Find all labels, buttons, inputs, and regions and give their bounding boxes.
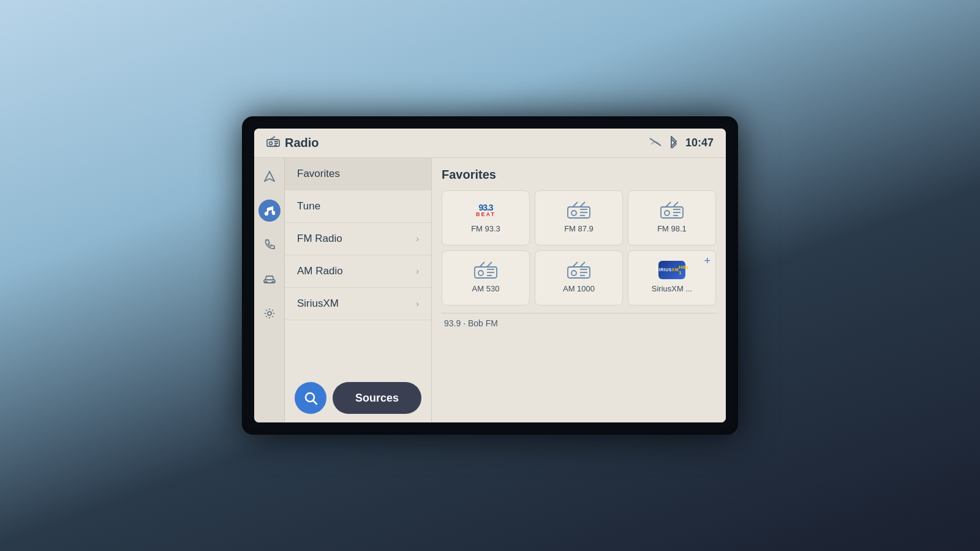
svg-point-13 [571,211,576,216]
settings-sidebar-icon[interactable] [258,302,281,324]
fm879-radio-icon [565,200,592,220]
add-icon: + [704,255,710,268]
sources-button[interactable]: Sources [333,382,421,414]
siriusxm-label: SiriusXM ... [652,284,692,293]
main-content: Favorites Tune FM Radio › AM Radio › Sir [254,158,726,422]
clock: 10:47 [685,137,714,149]
menu-panel: Favorites Tune FM Radio › AM Radio › Sir [285,158,432,422]
am530-radio-icon [472,260,499,280]
menu-item-favorites[interactable]: Favorites [285,158,431,190]
am1000-radio-icon [565,260,592,280]
favorite-am530[interactable]: AM 530 [442,250,530,305]
menu-item-siriusxm[interactable]: SiriusXM › [285,288,431,320]
fm879-label: FM 87.9 [564,224,594,233]
screen-frame: Radio 10:47 [242,116,738,435]
header-right: 10:47 [649,136,714,151]
search-button[interactable] [295,382,326,414]
screen: Radio 10:47 [254,129,726,422]
favorite-fm981[interactable]: FM 98.1 [628,190,716,246]
svg-point-18 [665,211,669,216]
menu-bottom-bar: Sources [285,373,431,422]
svg-point-23 [478,271,483,276]
siriusxm-chevron: › [416,299,419,309]
menu-item-fm-radio[interactable]: FM Radio › [285,223,431,255]
car-sidebar-icon[interactable] [258,268,281,290]
fm981-radio-icon [658,200,685,220]
favorite-siriusxm[interactable]: + SIRIUSXM Hits 1 SiriusXM ... [628,250,716,305]
header: Radio 10:47 [254,129,726,158]
now-playing: 93.9 · Bob FM [442,313,716,333]
am1000-label: AM 1000 [563,284,595,293]
menu-item-am-radio[interactable]: AM Radio › [285,255,431,288]
favorite-fm933[interactable]: 93.3 BEAT FM 93.3 [442,190,530,246]
svg-marker-5 [265,171,274,181]
fm933-label: FM 93.3 [471,224,500,233]
phone-sidebar-icon[interactable] [258,234,281,256]
favorite-am1000[interactable]: AM 1000 [535,250,623,305]
fm981-label: FM 98.1 [657,224,687,233]
fm-radio-chevron: › [416,234,419,244]
favorites-grid: 93.3 BEAT FM 93.3 [442,190,716,305]
section-title: Favorites [442,168,716,182]
app-title: Radio [285,136,319,150]
signal-off-icon [649,137,662,149]
svg-line-11 [314,401,317,405]
menu-item-tune[interactable]: Tune [285,190,431,223]
am-radio-chevron: › [416,266,419,276]
fm933-logo-icon: 93.3 BEAT [472,200,499,220]
radio-header-icon [266,136,280,150]
bluetooth-icon [669,136,678,151]
siriusxm-logo-icon: SIRIUSXM Hits 1 [658,260,685,280]
content-panel: Favorites 93.3 BEAT FM 93.3 [432,158,726,422]
music-sidebar-icon[interactable] [258,200,281,222]
am530-label: AM 530 [472,284,500,293]
menu-items-list: Favorites Tune FM Radio › AM Radio › Sir [285,158,431,373]
svg-point-28 [571,271,576,276]
sidebar-icons [254,158,285,422]
navigation-sidebar-icon[interactable] [258,165,281,187]
header-left: Radio [266,136,319,150]
svg-point-1 [270,142,273,145]
svg-point-9 [268,312,271,315]
favorite-fm879[interactable]: FM 87.9 [535,190,623,246]
